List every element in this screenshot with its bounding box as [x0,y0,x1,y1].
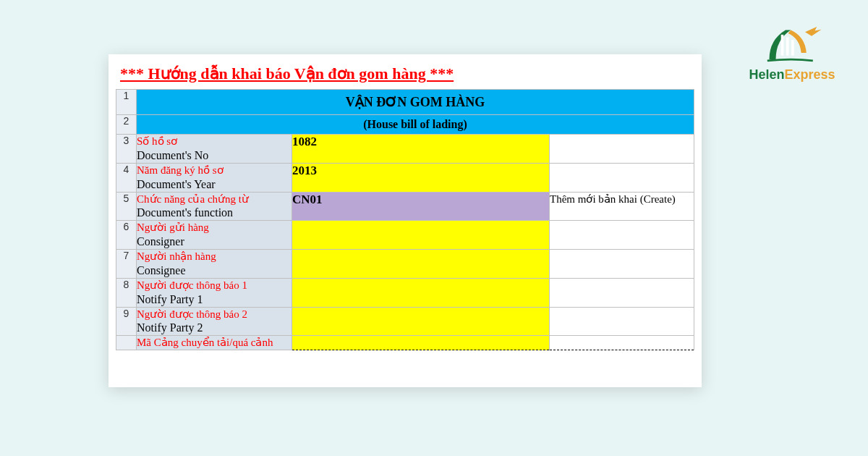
value-cell [292,278,550,307]
row-number: 9 [116,307,137,336]
row-number: 6 [116,221,137,250]
label-en: Document's No [137,148,292,163]
desc-cell: Thêm mới bản khai (Create) [550,192,694,221]
row-number: 8 [116,278,137,307]
table-row: 5Chức năng của chứng từDocument's functi… [116,192,694,221]
label-cell: Số hồ sơDocument's No [137,135,292,164]
header-subtitle: (House bill of lading) [137,115,694,135]
svg-rect-0 [781,35,784,56]
desc-cell [550,221,694,250]
table-row: 4Năm đăng ký hồ sơDocument's Year2013 [116,163,694,192]
row-number: 7 [116,250,137,279]
last-row: Mã Cảng chuyển tải/quá cảnh [116,336,694,350]
label-vi: Người được thông báo 1 [137,279,292,292]
logo-text-2: Express [784,67,835,82]
document-title: *** Hướng dẫn khai báo Vận đơn gom hàng … [120,64,694,83]
label-vi: Người được thông báo 2 [137,308,292,321]
label-cell: Chức năng của chứng từDocument's functio… [137,192,292,221]
table-row: 3Số hồ sơDocument's No1082 [116,135,694,164]
label-vi: Người nhận hàng [137,250,292,263]
table-row: 8Người được thông báo 1Notify Party 1 [116,278,694,307]
label-cell: Năm đăng ký hồ sơDocument's Year [137,163,292,192]
desc-cell [550,307,694,336]
value-cell: 2013 [292,163,550,192]
value-cell: 1082 [292,135,550,164]
row-number: 1 [116,90,137,115]
data-table: 1 VẬN ĐƠN GOM HÀNG 2 (House bill of ladi… [116,89,694,350]
value-cell [292,336,550,350]
label-vi: Người gửi hàng [137,221,292,235]
label-vi: Mã Cảng chuyển tải/quá cảnh [137,336,292,350]
label-en: Document's Year [137,177,292,192]
row-number: 4 [116,163,137,192]
label-cell: Người nhận hàngConsignee [137,250,292,279]
logo-text-1: Helen [749,67,784,82]
desc-cell [550,135,694,164]
desc-cell [550,163,694,192]
label-cell: Người gửi hàngConsigner [137,221,292,250]
desc-cell [550,250,694,279]
label-en: Notify Party 2 [137,321,292,335]
label-vi: Chức năng của chứng từ [137,193,292,206]
row-number: 3 [116,135,137,164]
label-cell: Mã Cảng chuyển tải/quá cảnh [137,336,292,350]
value-cell [292,221,550,250]
desc-cell [550,278,694,307]
header-title: VẬN ĐƠN GOM HÀNG [137,90,694,115]
row-number [116,336,137,350]
header-row-2: 2 (House bill of lading) [116,115,694,135]
logo-icon [760,20,825,67]
label-en: Document's function [137,206,292,220]
label-en: Notify Party 1 [137,292,292,307]
value-cell: CN01 [292,192,550,221]
table-row: 6Người gửi hàngConsigner [116,221,694,250]
table-row: 7Người nhận hàngConsignee [116,250,694,279]
svg-rect-2 [791,40,794,56]
label-en: Consignee [137,263,292,278]
label-cell: Người được thông báo 2Notify Party 2 [137,307,292,336]
label-en: Consigner [137,235,292,249]
row-number: 5 [116,192,137,221]
row-number: 2 [116,115,137,135]
header-row-1: 1 VẬN ĐƠN GOM HÀNG [116,90,694,115]
value-cell [292,250,550,279]
svg-rect-1 [786,38,789,56]
logo-text: HelenExpress [738,67,846,83]
logo: HelenExpress [738,20,846,83]
label-vi: Năm đăng ký hồ sơ [137,164,292,177]
document-card: *** Hướng dẫn khai báo Vận đơn gom hàng … [109,54,702,387]
table-row: 9Người được thông báo 2Notify Party 2 [116,307,694,336]
desc-cell [550,336,694,350]
label-vi: Số hồ sơ [137,135,292,148]
label-cell: Người được thông báo 1Notify Party 1 [137,278,292,307]
value-cell [292,307,550,336]
